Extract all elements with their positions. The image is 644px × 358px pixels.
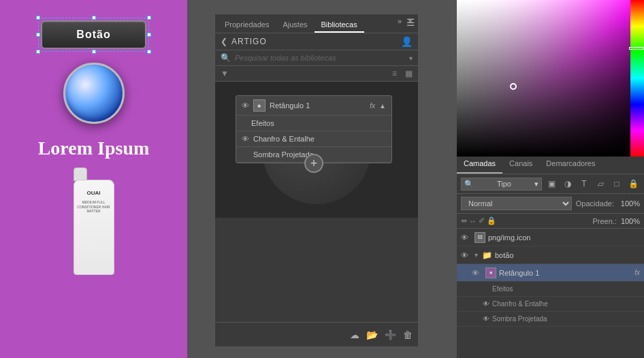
product-bottle: OUAI MEDIUM FULLCONDITIONER HAIRMATTER: [74, 180, 114, 275]
lock-icon[interactable]: 🔒: [626, 177, 640, 191]
libraries-panel: » ✕ Propriedades Ajustes Bibliotecas ☰ ❮…: [214, 14, 419, 347]
layer-item-chanfro[interactable]: 👁 Chanfro & Entalhe: [457, 297, 644, 312]
layer-name-sombra: Sombra Projetada: [492, 315, 547, 323]
product-sublabel: MEDIUM FULLCONDITIONER HAIRMATTER: [76, 199, 111, 215]
color-picker-area[interactable]: [457, 0, 644, 157]
layer-controls: 🔍 Tipo ▾ ▣ ◑ T ▱ □ 🔒: [457, 174, 644, 194]
popup-row-efeitos[interactable]: Efeitos: [236, 116, 391, 131]
back-arrow-icon[interactable]: ❮: [221, 37, 227, 46]
smart-icon[interactable]: □: [610, 177, 624, 191]
layer-item-retangulo[interactable]: 👁 ■ Retângulo 1 fx: [457, 264, 644, 282]
button-widget-label: Botão: [76, 29, 110, 41]
panel-top-controls: » ✕: [393, 14, 418, 29]
type-filter-select[interactable]: 🔍 Tipo ▾: [461, 178, 542, 191]
expand-arrow-icon[interactable]: ▲: [379, 102, 386, 110]
handle-mr[interactable]: [147, 33, 151, 37]
lock-move-icon[interactable]: ↔: [469, 217, 477, 225]
eye-chanfro[interactable]: 👁: [483, 300, 489, 308]
layer-item-sombra[interactable]: 👁 Sombra Projetada: [457, 312, 644, 327]
layer-item-botao[interactable]: 👁 ▾ 📁 botão: [457, 246, 644, 264]
user-cloud-icon[interactable]: 👤: [401, 36, 413, 47]
button-widget-inner[interactable]: Botão: [41, 20, 146, 49]
hue-indicator: [629, 47, 644, 50]
button-widget: Botão: [41, 20, 146, 49]
eye-icon-chanfro[interactable]: 👁: [242, 135, 249, 143]
filter-bar: ▼ ≡ ▦: [215, 66, 418, 82]
eye-icon[interactable]: 👁: [242, 101, 249, 110]
handle-tc[interactable]: [92, 16, 96, 20]
close-icon[interactable]: ✕: [405, 16, 415, 27]
tab-propriedades[interactable]: Propriedades: [218, 18, 276, 33]
chevron-down-icon[interactable]: ▾: [409, 54, 413, 62]
panel-toolbar: ❮ ARTIGO 👤: [215, 33, 418, 50]
layer-popup-name-3: Chanfro & Entalhe: [253, 135, 386, 143]
layer-popup-name-1: Retângulo 1: [270, 101, 366, 110]
libraries-tabs: Propriedades Ajustes Bibliotecas ☰: [215, 14, 418, 33]
sphere-widget: [63, 63, 125, 124]
chevron-botao[interactable]: ▾: [474, 251, 478, 259]
layer-popup: 👁 ■ Retângulo 1 fx ▲ Efeitos 👁 Chanfro &…: [236, 95, 392, 163]
lorem-ipsum: Lorem Ipsum: [38, 137, 150, 159]
layer-list: 👁 🖼 png/img.icon 👁 ▾ 📁 botão 👁 ■ Retângu…: [457, 229, 644, 358]
fx-badge: fx: [370, 102, 375, 110]
add-footer-icon[interactable]: ➕: [385, 329, 396, 340]
handle-ml[interactable]: [36, 33, 40, 37]
tab-camadas[interactable]: Camadas: [457, 157, 502, 174]
product-container: OUAI MEDIUM FULLCONDITIONER HAIRMATTER: [74, 180, 114, 275]
layer-name-botao: botão: [495, 251, 640, 259]
folder-icon[interactable]: 📂: [366, 329, 378, 340]
eye-botao[interactable]: 👁: [461, 251, 472, 259]
blend-mode-select[interactable]: Normal: [461, 197, 572, 210]
eye-pngicon[interactable]: 👁: [461, 233, 472, 242]
sort-grid-icon[interactable]: ▦: [405, 69, 413, 78]
popup-row-chanfro[interactable]: 👁 Chanfro & Entalhe: [236, 131, 391, 147]
pixel-icon[interactable]: ▣: [545, 177, 558, 191]
add-button[interactable]: +: [304, 154, 323, 173]
filter-icon[interactable]: ▼: [221, 69, 229, 78]
thumb-pngicon: 🖼: [474, 232, 485, 243]
tab-demarcadores[interactable]: Demarcadores: [539, 157, 602, 174]
search-placeholder[interactable]: Pesquisar todas as bibliotecas: [235, 54, 405, 62]
tab-canais[interactable]: Canais: [502, 157, 539, 174]
layer-thumb-rect: ■: [253, 99, 265, 112]
lock-art-icon[interactable]: ✐: [479, 216, 485, 225]
color-circle-indicator[interactable]: [510, 83, 517, 90]
sort-list-icon[interactable]: ≡: [392, 69, 397, 78]
cloud-upload-icon[interactable]: ☁: [350, 329, 359, 340]
handle-br[interactable]: [147, 50, 151, 54]
eye-sombra[interactable]: 👁: [483, 315, 489, 323]
adjustment-icon[interactable]: ◑: [561, 177, 575, 191]
handle-bl[interactable]: [36, 50, 40, 54]
right-panel: Camadas Canais Demarcadores 🔍 Tipo ▾ ▣ ◑…: [457, 0, 644, 358]
collapse-icon[interactable]: »: [396, 16, 404, 27]
search-icon-small: 🔍: [464, 180, 474, 189]
tab-ajustes[interactable]: Ajustes: [276, 18, 314, 33]
shape-icon[interactable]: ▱: [594, 177, 607, 191]
delete-icon[interactable]: 🗑: [403, 329, 413, 340]
handle-bc[interactable]: [92, 50, 96, 54]
blend-mode-row: Normal Opacidade: 100%: [457, 194, 644, 214]
layer-name-pngicon: png/img.icon: [488, 233, 640, 242]
tab-bibliotecas[interactable]: Bibliotecas: [315, 18, 364, 33]
panel-footer: ☁ 📂 ➕ 🗑: [215, 322, 418, 346]
layer-item-pngicon[interactable]: 👁 🖼 png/img.icon: [457, 229, 644, 246]
layer-item-efeitos[interactable]: 👁 Efeitos: [457, 282, 644, 297]
layer-name-retangulo: Retângulo 1: [499, 269, 632, 277]
handle-tl[interactable]: [36, 16, 40, 20]
lock-pos-icon[interactable]: ⇹: [461, 216, 467, 225]
layer-popup-name-2: Efeitos: [251, 119, 386, 127]
add-icon: +: [310, 157, 318, 171]
fill-value[interactable]: 100%: [621, 217, 640, 225]
search-icon: 🔍: [221, 53, 231, 63]
layer-name-chanfro: Chanfro & Entalhe: [492, 300, 548, 308]
opacity-value[interactable]: 100%: [618, 199, 640, 208]
chevron-icon: ▾: [534, 180, 538, 189]
eye-retangulo[interactable]: 👁: [472, 269, 483, 277]
left-panel: Botão Lorem Ipsum OUAI MEDIUM FULLCONDIT…: [0, 0, 187, 358]
hue-slider[interactable]: [630, 0, 644, 157]
handle-tr[interactable]: [147, 16, 151, 20]
text-icon[interactable]: T: [577, 177, 591, 191]
opacity-label: Opacidade:: [576, 199, 614, 208]
popup-row-retangulo[interactable]: 👁 ■ Retângulo 1 fx ▲: [236, 96, 391, 116]
lock-all-icon[interactable]: 🔒: [487, 216, 496, 225]
